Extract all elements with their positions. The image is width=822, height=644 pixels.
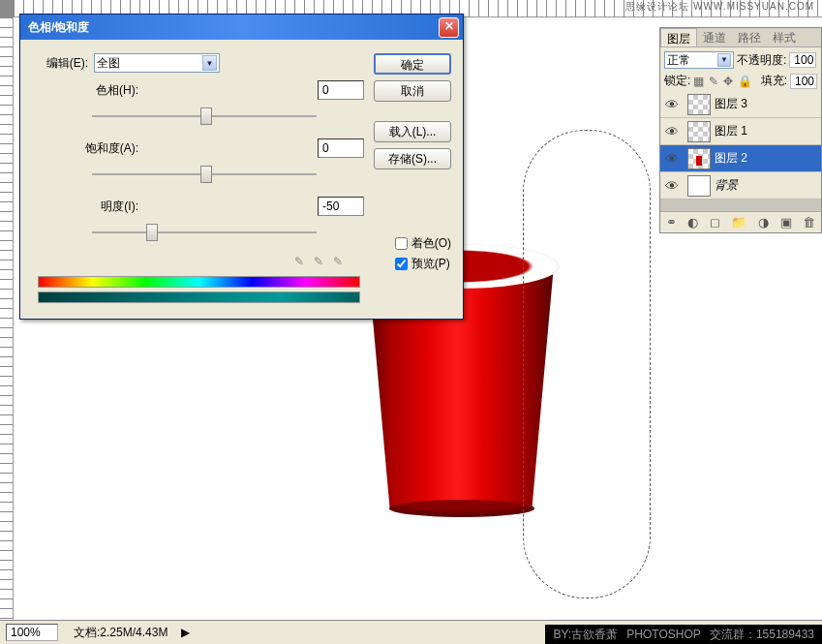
layer-name: 图层 3 <box>715 96 747 112</box>
tab-styles[interactable]: 样式 <box>767 28 802 46</box>
edit-value: 全图 <box>97 55 120 72</box>
layer-mask-icon[interactable]: ◻ <box>710 215 720 230</box>
visibility-icon[interactable]: 👁 <box>660 151 684 167</box>
adjustment-layer-icon[interactable]: ◑ <box>758 215 769 230</box>
layer-name: 背景 <box>715 177 738 194</box>
hue-saturation-dialog: 色相/饱和度 ✕ 编辑(E): 全图 ▼ 色相(H): 饱和度(A): <box>19 14 464 320</box>
saturation-slider[interactable] <box>92 166 317 183</box>
colorize-checkbox[interactable]: 着色(O) <box>395 235 451 252</box>
hue-label: 色相(H): <box>34 82 138 99</box>
cancel-button[interactable]: 取消 <box>374 80 451 102</box>
layer-thumb <box>687 121 711 142</box>
blend-mode-dropdown[interactable]: 正常 ▼ <box>664 51 734 69</box>
tab-paths[interactable]: 路径 <box>732 28 767 46</box>
lightness-input[interactable] <box>318 197 364 216</box>
tab-channels[interactable]: 通道 <box>697 28 732 46</box>
layer-thumb <box>687 148 711 169</box>
layer-thumb <box>687 175 711 197</box>
layer-row[interactable]: 👁 图层 3 <box>660 91 821 118</box>
eyedropper-sub-icon[interactable]: ✎ <box>333 255 343 268</box>
load-button[interactable]: 载入(L)... <box>374 121 451 142</box>
chevron-down-icon[interactable]: ▼ <box>717 53 731 67</box>
new-group-icon[interactable]: 📁 <box>731 215 746 230</box>
hue-spectrum-before <box>38 276 360 288</box>
document-info: 文档:2.25M/4.43M <box>64 625 177 641</box>
layer-row[interactable]: 👁 图层 2 <box>660 145 821 172</box>
layer-row[interactable]: 👁 图层 1 <box>660 118 821 145</box>
opacity-label: 不透明度: <box>737 52 786 69</box>
eyedropper-icon[interactable]: ✎ <box>294 255 304 268</box>
layers-panel: 图层 通道 路径 样式 正常 ▼ 不透明度: 100 锁定: ▦ ✎ ✥ 🔒 填… <box>659 27 822 233</box>
visibility-icon[interactable]: 👁 <box>660 124 684 139</box>
edit-label: 编辑(E): <box>34 55 88 72</box>
marquee-selection <box>523 130 651 598</box>
lock-transparent-icon[interactable]: ▦ <box>693 75 704 88</box>
save-button[interactable]: 存储(S)... <box>374 148 451 169</box>
layer-name: 图层 2 <box>715 150 747 167</box>
new-layer-icon[interactable]: ▣ <box>780 215 792 230</box>
hue-spectrum-after <box>38 291 360 303</box>
lock-paint-icon[interactable]: ✎ <box>709 75 718 88</box>
zoom-input[interactable]: 100% <box>6 624 58 641</box>
layer-thumb <box>687 94 711 115</box>
saturation-label: 饱和度(A): <box>34 140 138 157</box>
dialog-titlebar[interactable]: 色相/饱和度 ✕ <box>20 15 463 40</box>
lock-move-icon[interactable]: ✥ <box>723 75 733 88</box>
tab-layers[interactable]: 图层 <box>660 28 697 46</box>
hue-slider[interactable] <box>92 107 317 125</box>
trash-icon[interactable]: 🗑 <box>803 215 815 230</box>
edit-dropdown[interactable]: 全图 ▼ <box>94 53 220 73</box>
ruler-vertical[interactable] <box>0 17 14 620</box>
ok-button[interactable]: 确定 <box>374 53 451 75</box>
site-watermark: 思缘设计论坛 WWW.MISSYUAN.COM <box>625 0 814 14</box>
lightness-slider[interactable] <box>92 224 317 241</box>
preview-checkbox[interactable]: 预览(P) <box>395 256 451 272</box>
visibility-icon[interactable]: 👁 <box>660 97 684 112</box>
eyedropper-add-icon[interactable]: ✎ <box>314 255 323 268</box>
fill-input[interactable]: 100 <box>790 74 817 89</box>
lock-all-icon[interactable]: 🔒 <box>738 75 752 88</box>
fill-label: 填充: <box>761 73 787 89</box>
arrow-right-icon[interactable]: ▶ <box>181 626 190 639</box>
saturation-input[interactable] <box>318 138 364 158</box>
dialog-title: 色相/饱和度 <box>28 19 89 36</box>
layer-style-icon[interactable]: ◐ <box>687 215 698 230</box>
opacity-input[interactable]: 100 <box>789 52 816 68</box>
layer-row[interactable]: 👁 背景 <box>660 172 821 199</box>
chevron-down-icon[interactable]: ▼ <box>202 55 217 71</box>
credit-bar: BY:古欲香萧 PHOTOSHOP 交流群：155189433 <box>545 625 822 644</box>
lightness-label: 明度(I): <box>34 199 138 215</box>
hue-input[interactable] <box>318 80 364 100</box>
link-layers-icon[interactable]: ⚭ <box>666 215 677 230</box>
lock-label: 锁定: <box>664 73 690 89</box>
layer-name: 图层 1 <box>715 123 747 139</box>
close-icon[interactable]: ✕ <box>439 17 459 38</box>
visibility-icon[interactable]: 👁 <box>660 178 684 194</box>
